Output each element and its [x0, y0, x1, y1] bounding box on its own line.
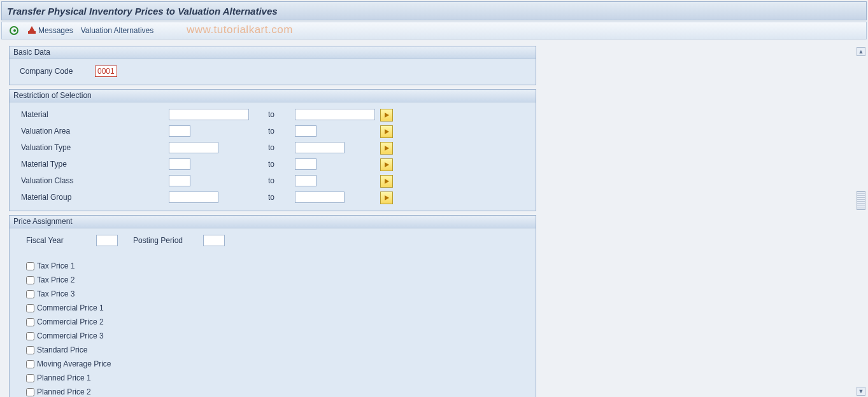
group-basic-data-header: Basic Data — [10, 46, 536, 59]
range-label: Valuation Type — [20, 143, 169, 152]
posting-period-label: Posting Period — [133, 236, 203, 245]
range-from-input[interactable] — [169, 175, 190, 186]
scroll-down-button[interactable]: ▼ — [857, 387, 865, 396]
price-checkbox-label: Tax Price 2 — [37, 275, 75, 284]
price-checkbox[interactable] — [26, 262, 34, 270]
range-to-input[interactable] — [295, 125, 317, 137]
price-checkbox[interactable] — [26, 276, 34, 284]
range-from-input[interactable] — [169, 142, 218, 153]
valuation-alternatives-label: Valuation Alternatives — [81, 26, 154, 35]
multiple-selection-button[interactable] — [380, 192, 393, 204]
range-to-label: to — [268, 176, 295, 185]
messages-button[interactable]: Messages — [24, 24, 77, 38]
price-checkbox-row: Tax Price 1 — [20, 259, 536, 273]
price-checkbox-label: Tax Price 1 — [37, 261, 75, 270]
range-to-label: to — [268, 127, 295, 136]
app-window: Transfer Physical Inventory Prices to Va… — [0, 1, 868, 397]
group-basic-data: Basic Data Company Code 0001 — [9, 46, 536, 85]
price-checkbox-row: Commercial Price 1 — [20, 301, 536, 315]
valuation-alternatives-button[interactable]: Valuation Alternatives — [77, 24, 158, 38]
range-row: Materialto — [20, 108, 529, 122]
price-checkbox[interactable] — [26, 304, 34, 312]
range-row: Material Groupto — [20, 190, 529, 204]
multiple-selection-button[interactable] — [380, 175, 393, 188]
group-restriction: Restriction of Selection MaterialtoValua… — [9, 89, 536, 211]
price-checkbox-row: Commercial Price 2 — [20, 315, 536, 329]
price-checkbox-label: Commercial Price 3 — [37, 331, 104, 340]
range-to-input[interactable] — [295, 158, 317, 170]
scroll-drag-handle[interactable] — [857, 191, 865, 210]
price-checkbox-row: Standard Price — [20, 343, 536, 357]
page-title: Transfer Physical Inventory Prices to Va… — [7, 6, 278, 17]
group-price-assignment: Price Assignment Fiscal Year Posting Per… — [9, 215, 536, 397]
range-to-input[interactable] — [295, 192, 345, 203]
range-from-input[interactable] — [169, 109, 249, 120]
price-checkbox[interactable] — [26, 332, 34, 340]
price-checkbox[interactable] — [26, 374, 34, 382]
range-label: Material Type — [20, 160, 169, 169]
price-checkbox[interactable] — [26, 360, 34, 368]
execute-button[interactable] — [6, 24, 24, 38]
range-label: Valuation Class — [20, 176, 169, 185]
range-label: Valuation Area — [20, 127, 169, 136]
messages-icon — [27, 26, 36, 35]
range-row: Valuation Areato — [20, 124, 529, 138]
price-checkbox-row: Tax Price 2 — [20, 273, 536, 287]
messages-label: Messages — [38, 26, 73, 35]
posting-period-input[interactable] — [203, 235, 225, 246]
range-row: Valuation Typeto — [20, 141, 529, 155]
range-to-label: to — [268, 160, 295, 169]
range-to-input[interactable] — [295, 175, 317, 186]
range-row: Valuation Classto — [20, 174, 529, 188]
multiple-selection-button[interactable] — [380, 158, 393, 171]
range-label: Material — [20, 110, 169, 119]
fiscal-year-label: Fiscal Year — [20, 236, 96, 245]
price-checkbox[interactable] — [26, 290, 34, 298]
range-from-input[interactable] — [169, 125, 190, 137]
price-checkbox-label: Moving Average Price — [37, 359, 111, 368]
price-checkbox-row: Moving Average Price — [20, 357, 536, 371]
price-checkbox-label: Planned Price 1 — [37, 373, 91, 382]
price-checkbox-row: Planned Price 1 — [20, 371, 536, 385]
execute-icon — [10, 26, 18, 35]
company-code-field[interactable]: 0001 — [95, 66, 117, 77]
price-checkbox[interactable] — [26, 388, 34, 396]
watermark-text: www.tutorialkart.com — [187, 24, 293, 36]
price-checkbox[interactable] — [26, 318, 34, 326]
scroll-up-button[interactable]: ▲ — [857, 47, 865, 56]
app-toolbar: Messages Valuation Alternatives www.tuto… — [1, 22, 867, 39]
range-to-input[interactable] — [295, 109, 375, 120]
company-code-label: Company Code — [20, 67, 95, 76]
multiple-selection-button[interactable] — [380, 109, 393, 122]
price-checkbox-label: Commercial Price 1 — [37, 303, 104, 312]
content-area: Basic Data Company Code 0001 Restriction… — [1, 42, 853, 397]
range-to-label: to — [268, 193, 295, 202]
range-from-input[interactable] — [169, 192, 218, 203]
range-to-label: to — [268, 143, 295, 152]
price-checkbox-row: Tax Price 3 — [20, 287, 536, 301]
range-to-label: to — [268, 110, 295, 119]
price-checkbox-label: Tax Price 3 — [37, 289, 75, 298]
price-checkbox-row: Commercial Price 3 — [20, 329, 536, 343]
multiple-selection-button[interactable] — [380, 142, 393, 155]
group-restriction-header: Restriction of Selection — [10, 90, 536, 102]
range-to-input[interactable] — [295, 142, 345, 153]
group-price-assignment-header: Price Assignment — [10, 216, 536, 228]
price-checkbox-label: Commercial Price 2 — [37, 317, 104, 326]
title-bar: Transfer Physical Inventory Prices to Va… — [1, 1, 867, 20]
multiple-selection-button[interactable] — [380, 125, 393, 138]
range-from-input[interactable] — [169, 158, 190, 170]
price-checkbox-label: Standard Price — [37, 345, 87, 354]
price-checkbox[interactable] — [26, 346, 34, 354]
fiscal-year-input[interactable] — [96, 235, 118, 246]
range-row: Material Typeto — [20, 157, 529, 171]
price-checkbox-row: Planned Price 2 — [20, 385, 536, 397]
price-checkbox-label: Planned Price 2 — [37, 387, 91, 396]
range-label: Material Group — [20, 193, 169, 202]
